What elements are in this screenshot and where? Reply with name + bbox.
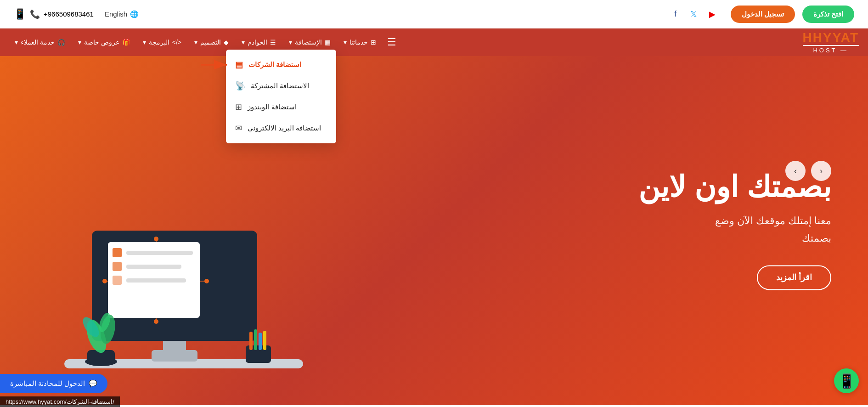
live-chat-icon: 💬 (89, 379, 97, 388)
phone-icon: 📞 (30, 9, 40, 19)
hosting-chevron: ▾ (289, 39, 292, 46)
dropdown-item-shared-hosting[interactable]: الاستضافة المشتركة 📡 (226, 75, 336, 96)
hero-content: بصمتك اون لاين معنا إمتلك موقعك الآن وضع… (638, 171, 831, 290)
servers-link[interactable]: ☰ الخوادم ▾ (236, 35, 282, 50)
svg-rect-31 (263, 331, 266, 350)
svg-rect-11 (113, 276, 122, 285)
hero-subtitle-line1: معنا إمتلك موقعك الآن وضع (715, 215, 831, 227)
whatsapp-float-button[interactable]: 📱 (834, 368, 859, 393)
programming-label: البرمجة (149, 39, 169, 46)
servers-chevron: ▾ (242, 39, 245, 46)
programming-link[interactable]: </> البرمجة ▾ (137, 35, 187, 50)
company-hosting-label: استضافة الشركات (248, 61, 301, 69)
hamburger-icon[interactable]: ☰ (383, 33, 400, 52)
hero-subtitle-line2: بصمتك (802, 232, 831, 244)
services-link[interactable]: ⊞ خدماتنا ▾ (338, 35, 382, 50)
hosting-dropdown: استضافة الشركات ▤ (226, 50, 336, 143)
logo-main: HHYYAT (803, 31, 859, 44)
services-chevron: ▾ (344, 39, 347, 46)
svg-rect-7 (113, 248, 122, 257)
customer-link[interactable]: 🎧 خدمة العملاء ▾ (9, 35, 71, 50)
design-label: التصميم (200, 39, 221, 46)
whatsapp-float-icon: 📱 (838, 373, 855, 389)
hero-title: بصمتك اون لاين (638, 171, 831, 203)
nav-item-hosting[interactable]: ▦ الإستضافة ▾ استضافة الشركات ▤ (283, 35, 336, 50)
login-button[interactable]: تسجيل الدخول (731, 6, 795, 23)
svg-rect-12 (126, 278, 186, 283)
shared-hosting-icon: 📡 (235, 81, 245, 91)
services-label: خدماتنا (349, 39, 368, 46)
offers-link[interactable]: 🎁 عروض خاصة ▾ (73, 35, 135, 50)
design-link[interactable]: ◆ التصميم ▾ (189, 35, 234, 50)
svg-rect-29 (254, 329, 257, 350)
offers-chevron: ▾ (78, 39, 81, 46)
nav-item-design[interactable]: ◆ التصميم ▾ (189, 35, 234, 50)
status-bar: https://www.hyyat.com/استضافة-الشركات/ (0, 396, 120, 405)
logo-sub: — HOST (803, 45, 859, 54)
programming-chevron: ▾ (143, 39, 146, 46)
svg-rect-30 (259, 333, 262, 350)
offers-icon: 🎁 (122, 39, 130, 46)
shared-hosting-label: الاستضافة المشتركة (251, 82, 309, 90)
status-url: https://www.hyyat.com/استضافة-الشركات/ (6, 398, 114, 405)
servers-label: الخوادم (248, 39, 267, 46)
svg-point-15 (154, 237, 158, 241)
nav-item-services[interactable]: ⊞ خدماتنا ▾ (338, 35, 382, 50)
logo: HHYYAT — HOST (803, 31, 859, 54)
nav-item-programming[interactable]: </> البرمجة ▾ (137, 35, 187, 50)
nav-item-customer-service[interactable]: 🎧 خدمة العملاء ▾ (9, 35, 71, 50)
email-hosting-icon: ✉ (235, 123, 242, 133)
phone-info: 📱 📞 +966509683461 (14, 8, 94, 20)
top-bar-right: 🌐 English 📱 📞 +966509683461 (14, 8, 139, 20)
dropdown-item-email-hosting[interactable]: استضافة البريد الالكتروني ✉ (226, 118, 336, 139)
hero-subtitle: معنا إمتلك موقعك الآن وضع بصمتك (638, 213, 831, 247)
programming-icon: </> (172, 39, 181, 46)
svg-rect-10 (126, 265, 181, 269)
hosting-icon: ▦ (325, 39, 331, 46)
design-chevron: ▾ (194, 39, 197, 46)
arrow-indicator (198, 57, 231, 73)
nav-menu: ☰ ⊞ خدماتنا ▾ ▦ الإستضافة ▾ استضافة الشر… (9, 33, 400, 52)
hero-illustration (37, 194, 312, 405)
nav-item-servers[interactable]: ☰ الخوادم ▾ (236, 35, 282, 50)
top-bar: افتح تذكرة تسجيل الدخول ▶ 𝕏 f 🌐 English … (0, 0, 868, 28)
youtube-icon[interactable]: ▶ (706, 8, 719, 21)
dropdown-item-windows-hosting[interactable]: استضافة الويندوز ⊞ (226, 96, 336, 118)
windows-hosting-label: استضافة الويندوز (248, 103, 297, 111)
svg-rect-9 (113, 262, 122, 271)
dropdown-item-company-hosting[interactable]: استضافة الشركات ▤ (226, 54, 336, 75)
email-hosting-label: استضافة البريد الالكتروني (248, 124, 321, 132)
customer-icon: 🎧 (57, 39, 65, 46)
offers-label: عروض خاصة (84, 39, 119, 46)
live-chat-button[interactable]: 💬 الدخول للمحادثة المباشرة (0, 374, 107, 393)
services-icon: ⊞ (371, 39, 376, 46)
design-icon: ◆ (224, 39, 229, 46)
hero-cta-button[interactable]: اقرأ المزيد (757, 266, 831, 290)
language-label: English (105, 10, 127, 18)
nav-item-hamburger[interactable]: ☰ (383, 33, 400, 52)
phone-number[interactable]: +966509683461 (44, 10, 94, 18)
language-switcher[interactable]: 🌐 English (105, 10, 139, 18)
twitter-icon[interactable]: 𝕏 (688, 8, 700, 21)
servers-icon: ☰ (270, 39, 276, 46)
whatsapp-header-icon[interactable]: 📱 (14, 8, 26, 20)
hero-section: ‹ › بصمتك اون لاين معنا إمتلك موقعك الآن… (0, 56, 868, 405)
top-bar-left: افتح تذكرة تسجيل الدخول ▶ 𝕏 f (669, 6, 854, 23)
live-chat-label: الدخول للمحادثة المباشرة (10, 379, 85, 388)
company-hosting-icon: ▤ (235, 60, 243, 70)
hosting-label: الإستضافة (295, 39, 322, 46)
svg-rect-8 (126, 251, 193, 255)
open-ticket-button[interactable]: افتح تذكرة (802, 6, 854, 23)
windows-hosting-icon: ⊞ (235, 102, 242, 112)
logo-text: HYYAT (813, 30, 859, 45)
facebook-icon[interactable]: f (669, 8, 682, 21)
globe-icon: 🌐 (130, 10, 139, 18)
svg-rect-28 (249, 332, 253, 350)
customer-label: خدمة العملاء (21, 39, 55, 46)
social-icons: ▶ 𝕏 f (669, 8, 719, 21)
customer-chevron: ▾ (15, 39, 18, 46)
logo-h: H (803, 30, 813, 45)
nav-item-offers[interactable]: 🎁 عروض خاصة ▾ (73, 35, 135, 50)
navbar: HHYYAT — HOST ☰ ⊞ خدماتنا ▾ ▦ الإستضافة … (0, 28, 868, 56)
hosting-link[interactable]: ▦ الإستضافة ▾ (283, 35, 336, 50)
